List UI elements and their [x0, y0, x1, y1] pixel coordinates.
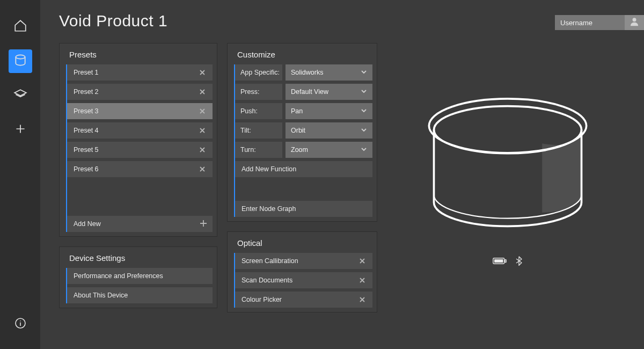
dropdown-value: Zoom — [291, 146, 361, 154]
dropdown-value: Default View — [291, 88, 361, 96]
preset-row[interactable]: Preset 5 — [67, 142, 213, 158]
preset-label: Preset 1 — [74, 69, 197, 76]
nav-layers[interactable] — [9, 84, 32, 107]
optical-label: Colour Picker — [241, 296, 357, 303]
close-icon[interactable] — [197, 87, 207, 97]
customize-dropdown[interactable]: Default View — [286, 84, 372, 100]
nav-home[interactable] — [9, 15, 32, 39]
customize-dropdown[interactable]: Orbit — [286, 122, 372, 139]
enter-node-graph-button[interactable]: Enter Node Graph — [235, 201, 372, 217]
preset-label: Preset 6 — [74, 165, 197, 173]
svg-rect-9 — [504, 259, 506, 262]
nav-device[interactable] — [9, 49, 32, 73]
info-icon — [14, 317, 27, 332]
dropdown-value: Solidworks — [291, 69, 361, 76]
optical-row[interactable]: Scan Documents — [235, 272, 372, 288]
nav-add[interactable] — [9, 118, 32, 142]
device-settings-card: Device Settings Performance and Preferen… — [59, 246, 217, 308]
svg-point-4 — [633, 18, 636, 21]
device-settings-label: Performance and Preferences — [74, 272, 207, 280]
presets-card: Presets Preset 1Preset 2Preset 3Preset 4… — [59, 43, 217, 237]
customize-row-label: Turn: — [235, 142, 282, 158]
page-title: Void Product 1 — [59, 12, 167, 30]
close-icon[interactable] — [357, 275, 367, 285]
close-icon[interactable] — [357, 295, 367, 304]
device-status-icons — [493, 256, 523, 268]
main-area: Void Product 1 Username Presets Preset 1… — [40, 0, 644, 349]
preset-row[interactable]: Preset 3 — [67, 103, 213, 119]
optical-row[interactable]: Screen Callibration — [235, 253, 372, 269]
nav-rail — [0, 0, 40, 349]
customize-dropdown[interactable]: Pan — [286, 103, 372, 119]
username-field[interactable]: Username — [555, 15, 625, 30]
customize-row-label: App Specific: — [235, 64, 282, 81]
user-icon — [629, 16, 640, 29]
add-preset-button[interactable]: Add New — [67, 216, 213, 232]
presets-title: Presets — [69, 50, 213, 59]
customize-row: Tilt:Orbit — [235, 122, 372, 139]
bluetooth-icon — [515, 256, 523, 268]
device-settings-label: About This Device — [74, 292, 207, 299]
preset-row[interactable]: Preset 4 — [67, 122, 213, 139]
customize-row-label: Tilt: — [235, 122, 282, 139]
svg-point-0 — [16, 55, 25, 59]
add-new-function-button[interactable]: Add New Function — [235, 161, 372, 177]
chevron-down-icon — [361, 127, 367, 135]
customize-row: Turn:Zoom — [235, 142, 372, 158]
preset-label: Preset 5 — [74, 146, 197, 154]
customize-title: Customize — [237, 50, 372, 59]
product-image — [419, 81, 596, 243]
customize-dropdown[interactable]: Solidworks — [286, 64, 372, 81]
optical-row[interactable]: Colour Picker — [235, 292, 372, 308]
enter-node-graph-label: Enter Node Graph — [241, 205, 367, 213]
topbar: Void Product 1 Username — [59, 0, 644, 30]
close-icon[interactable] — [197, 145, 207, 155]
add-preset-label: Add New — [74, 220, 200, 228]
preset-row[interactable]: Preset 6 — [67, 161, 213, 177]
add-function-label: Add New Function — [241, 165, 367, 173]
preset-label: Preset 2 — [74, 88, 197, 96]
device-settings-title: Device Settings — [69, 253, 213, 263]
close-icon[interactable] — [197, 106, 207, 116]
dropdown-value: Pan — [291, 107, 361, 115]
device-illustration — [387, 43, 628, 268]
cylinder-icon — [13, 53, 27, 69]
customize-row: Press:Default View — [235, 84, 372, 100]
dropdown-value: Orbit — [291, 127, 361, 134]
customize-row: App Specific:Solidworks — [235, 64, 372, 81]
device-settings-row[interactable]: About This Device — [67, 287, 213, 303]
preset-row[interactable]: Preset 1 — [67, 64, 213, 81]
plus-icon — [13, 122, 27, 138]
home-icon — [13, 19, 27, 35]
chevron-down-icon — [361, 107, 367, 115]
device-settings-row[interactable]: Performance and Preferences — [67, 268, 213, 284]
close-icon[interactable] — [197, 68, 207, 77]
customize-row-label: Push: — [235, 103, 282, 119]
svg-point-3 — [20, 321, 21, 322]
user-box[interactable]: Username — [555, 15, 644, 30]
chevron-down-icon — [361, 88, 367, 96]
battery-icon — [493, 256, 507, 268]
chevron-down-icon — [361, 69, 367, 77]
close-icon[interactable] — [357, 256, 367, 266]
svg-rect-8 — [494, 259, 503, 262]
nav-info[interactable] — [9, 312, 32, 336]
close-icon[interactable] — [197, 126, 207, 135]
preset-label: Preset 3 — [74, 107, 197, 115]
plus-icon — [200, 220, 207, 229]
preset-label: Preset 4 — [74, 127, 197, 134]
optical-title: Optical — [237, 238, 372, 248]
avatar[interactable] — [625, 15, 644, 30]
customize-row-label: Press: — [235, 84, 282, 100]
optical-label: Scan Documents — [241, 277, 357, 284]
layer-icon — [13, 88, 27, 104]
customize-card: Customize App Specific:SolidworksPress:D… — [227, 43, 377, 222]
customize-dropdown[interactable]: Zoom — [286, 142, 372, 158]
optical-label: Screen Callibration — [241, 257, 357, 265]
close-icon[interactable] — [197, 164, 207, 174]
chevron-down-icon — [361, 146, 367, 154]
optical-card: Optical Screen CallibrationScan Document… — [227, 231, 377, 312]
customize-row: Push:Pan — [235, 103, 372, 119]
preset-row[interactable]: Preset 2 — [67, 84, 213, 100]
